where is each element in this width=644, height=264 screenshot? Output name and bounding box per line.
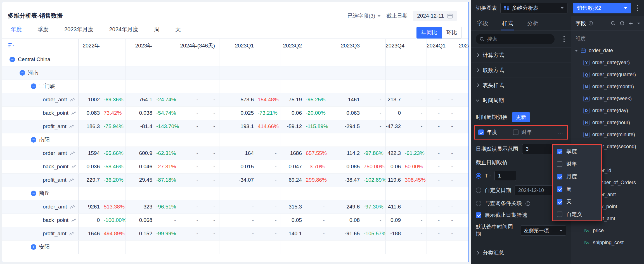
range-label: 日期默认显示范围 — [476, 145, 518, 153]
hierarchy-filter-icon[interactable] — [8, 43, 15, 47]
checkbox-label: 年度 — [487, 129, 497, 136]
tree-collapse-icon[interactable]: − — [20, 70, 25, 76]
value-cell: 75.19 — [281, 93, 306, 106]
update-button[interactable]: 更新 — [512, 112, 530, 122]
dropdown-option[interactable]: 自定义 — [553, 208, 601, 220]
selected-fields-dropdown[interactable]: 已选字段(3) — [347, 12, 381, 20]
value-cell: -47.32 — [385, 120, 405, 133]
view-tab[interactable]: 年度 — [11, 26, 22, 33]
section-time-period[interactable]: 时间周期 — [471, 93, 571, 108]
value-cell: 1461 — [329, 93, 364, 106]
tree-expand-icon[interactable]: + — [31, 244, 36, 250]
section-label: 表头样式 — [483, 82, 504, 89]
radio-query-link[interactable] — [476, 201, 481, 206]
section-row[interactable]: 表头样式 — [471, 78, 571, 93]
radio-custom-date-label: 自定义日期 — [485, 187, 511, 194]
panel-tab[interactable]: 样式 — [502, 16, 513, 30]
field-label: order_date(week) — [592, 96, 632, 102]
view-tab[interactable]: 2023年月度 — [64, 26, 94, 33]
refresh-icon[interactable] — [620, 21, 624, 26]
field-item[interactable]: Dorder_date(day) — [571, 105, 644, 117]
search-icon[interactable] — [611, 21, 615, 26]
dropdown-option[interactable]: 季度 — [553, 145, 601, 158]
dropdown-option[interactable]: 财年 — [553, 158, 601, 170]
field-item[interactable]: Yorder_date(year) — [571, 57, 644, 69]
dropdown-option[interactable]: 月度 — [553, 170, 601, 183]
line-chart-icon[interactable] — [71, 111, 77, 115]
line-chart-icon[interactable] — [71, 165, 77, 169]
panel-tab[interactable]: 字段 — [477, 16, 488, 30]
panel-tab[interactable]: 分析 — [527, 16, 538, 30]
view-tab[interactable]: 季度 — [37, 26, 49, 33]
pct-cell: -102.89% — [364, 173, 385, 187]
view-tab[interactable]: 周 — [154, 26, 160, 33]
section-row[interactable]: 计算方式 — [471, 47, 571, 63]
radio-t-minus[interactable] — [476, 173, 481, 179]
field-item[interactable]: Qorder_date(quarter) — [571, 69, 644, 81]
field-item[interactable]: Worder_date(week) — [571, 93, 644, 105]
default-period-select[interactable]: 左侧第一项 — [520, 225, 566, 236]
tree-collapse-icon[interactable]: − — [31, 137, 36, 143]
value-cell: - — [219, 227, 258, 240]
view-tab[interactable]: 2024年月度 — [109, 26, 139, 33]
group-label: 商丘 — [39, 190, 50, 197]
period-checkbox[interactable]: 财年 — [513, 129, 532, 136]
radio-custom-date[interactable] — [476, 188, 481, 193]
tree-collapse-icon[interactable]: − — [10, 57, 15, 62]
section-row[interactable]: 指标筛选 — [471, 260, 571, 264]
period-dropdown-menu: 季度财年月度周天自定义 — [552, 144, 602, 221]
mom-button[interactable]: 环比 — [442, 27, 462, 39]
section-label: 取数方式 — [483, 67, 504, 74]
kebab-menu-icon[interactable] — [561, 36, 567, 42]
kebab-menu-icon[interactable] — [634, 5, 640, 11]
plus-icon[interactable] — [629, 21, 633, 26]
value-cell: 213.7 — [385, 93, 405, 106]
tree-collapse-icon[interactable]: − — [31, 83, 36, 89]
pct-cell: - — [258, 213, 281, 227]
chart-type-select[interactable]: 多维分析表 — [500, 3, 567, 13]
value-cell: 0.083 — [78, 106, 104, 120]
value-cell: 1686 — [281, 147, 306, 160]
tree-collapse-icon[interactable]: − — [31, 191, 36, 196]
deadline-date-value: 2024-12-11 — [417, 13, 444, 19]
line-chart-icon[interactable] — [70, 151, 75, 155]
yoy-button[interactable]: 年同比 — [416, 27, 442, 39]
view-tab[interactable]: 天 — [175, 26, 181, 33]
value-cell: 164 — [219, 147, 258, 160]
field-item[interactable]: №price — [571, 225, 644, 237]
search-row: 搜索 — [471, 31, 571, 47]
period-checkbox[interactable]: 年度 — [478, 129, 497, 136]
line-chart-icon[interactable] — [69, 178, 74, 182]
deadline-date-input[interactable]: 2024-12-11 — [413, 11, 457, 21]
dropdown-option[interactable]: 周 — [553, 183, 601, 195]
range-input[interactable]: 3 — [522, 144, 553, 154]
value-cell: 323 — [126, 200, 156, 213]
section-row[interactable]: 分类汇总 — [471, 245, 571, 260]
pivot-card[interactable]: 多维分析表-销售数据 已选字段(3) 截止日期 2024-12-11 年度季度2… — [2, 2, 469, 262]
style-search-input[interactable]: 搜索 — [476, 34, 555, 44]
value-cell: 29.45 — [126, 173, 156, 187]
pct-cell: - — [444, 200, 457, 213]
field-item[interactable]: Morder_date(month) — [571, 81, 644, 93]
field-item[interactable]: order_date — [571, 45, 644, 57]
line-chart-icon[interactable] — [70, 205, 75, 209]
chevron-down-icon — [560, 7, 564, 9]
show-deadline-filter-checkbox[interactable] — [476, 212, 481, 218]
line-chart-icon[interactable] — [71, 218, 77, 222]
dataset-button[interactable]: 销售数据2 — [573, 3, 631, 13]
section-row[interactable]: 取数方式 — [471, 63, 571, 78]
info-icon — [588, 21, 593, 26]
t-minus-input[interactable]: 1 — [494, 171, 516, 181]
chevron-down-icon[interactable] — [637, 23, 640, 24]
line-chart-icon[interactable] — [70, 98, 75, 102]
compare-toggle: 年同比环比 — [416, 27, 462, 39]
line-chart-icon[interactable] — [69, 232, 74, 236]
pct-cell: 3.70% — [306, 160, 329, 173]
field-item[interactable]: Horder_date(hour) — [571, 117, 644, 129]
line-chart-icon[interactable] — [69, 124, 74, 129]
pct-cell: -87.18% — [156, 173, 180, 187]
field-item[interactable]: №shipping_cost — [571, 237, 644, 249]
field-item[interactable]: Morder_date(minute) — [571, 129, 644, 141]
more-options-icon[interactable]: … — [558, 129, 564, 136]
dropdown-option[interactable]: 天 — [553, 195, 601, 208]
